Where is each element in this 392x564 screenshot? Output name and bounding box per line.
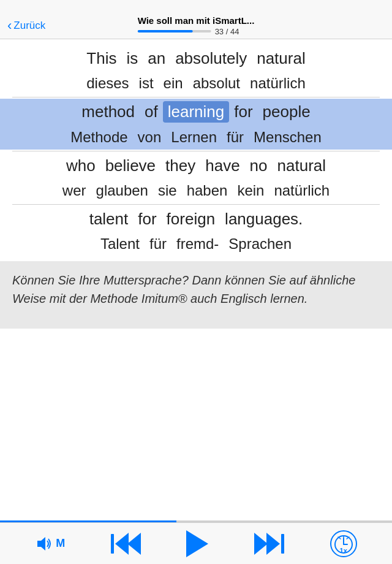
speed-circle: 1x xyxy=(330,530,357,557)
trans-fuer: für xyxy=(222,129,249,146)
word-for2[interactable]: for xyxy=(133,210,161,229)
volume-label: M xyxy=(56,537,65,550)
sentence-row-3: who believe they have no natural xyxy=(0,153,392,178)
nav-progress-area: 33 / 44 xyxy=(138,27,255,36)
status-bar xyxy=(0,0,392,12)
word-natural[interactable]: natural xyxy=(252,49,311,68)
forward-button[interactable] xyxy=(254,533,284,555)
word-of[interactable]: of xyxy=(140,102,163,121)
word-they[interactable]: they xyxy=(160,156,200,175)
trans-wer: wer xyxy=(58,182,91,199)
trans-menschen: Menschen xyxy=(249,129,326,146)
back-label: Zurück xyxy=(13,20,45,32)
word-have[interactable]: have xyxy=(200,156,244,175)
volume-button[interactable]: M xyxy=(35,535,65,552)
sentence-row-1: This is an absolutely natural xyxy=(0,45,392,71)
trans-fremd: fremd- xyxy=(172,235,224,253)
rewind-button[interactable] xyxy=(111,533,141,555)
nav-progress-fill xyxy=(138,30,193,32)
word-people[interactable]: people xyxy=(258,102,315,121)
trans-fuer2: für xyxy=(145,235,172,253)
word-natural2[interactable]: natural xyxy=(273,156,331,175)
play-icon xyxy=(186,530,208,557)
play-button[interactable] xyxy=(186,530,208,557)
bottom-toolbar: M xyxy=(0,522,392,564)
translation-row-3: wer glauben sie haben kein natürlich xyxy=(0,178,392,203)
trans-sie: sie xyxy=(153,182,182,199)
word-who[interactable]: who xyxy=(61,156,100,175)
divider-2 xyxy=(12,151,380,151)
translation-row-1: dieses ist ein absolut natürlich xyxy=(0,71,392,96)
trans-dieses: dieses xyxy=(81,75,134,92)
description-box: Können Sie Ihre Muttersprache? Dann könn… xyxy=(0,261,392,329)
trans-methode: Methode xyxy=(66,129,132,146)
word-believe[interactable]: believe xyxy=(100,156,160,175)
nav-bar: ‹ Zurück Wie soll man mit iSmartL... 33 … xyxy=(0,12,392,39)
trans-glauben: glauben xyxy=(91,182,153,199)
word-this[interactable]: This xyxy=(81,49,121,68)
main-content: This is an absolutely natural dieses ist… xyxy=(0,39,392,329)
description-text: Können Sie Ihre Muttersprache? Dann könn… xyxy=(12,271,380,308)
svg-marker-0 xyxy=(37,537,45,551)
page-count: 33 / 44 xyxy=(215,27,239,36)
speed-button[interactable]: 1x xyxy=(330,530,357,557)
trans-haben: haben xyxy=(182,182,233,199)
word-foreign[interactable]: foreign xyxy=(162,210,221,229)
trans-natuerlich1: natürlich xyxy=(245,75,311,92)
back-chevron-icon: ‹ xyxy=(7,18,12,34)
trans-natuerlich2: natürlich xyxy=(269,182,334,199)
trans-ein: ein xyxy=(159,75,188,92)
speed-label: 1x xyxy=(340,547,347,554)
rewind-icon xyxy=(111,533,141,555)
word-languages[interactable]: languages. xyxy=(220,210,307,229)
translation-row-2: Methode von Lernen für Menschen xyxy=(0,125,392,150)
word-is[interactable]: is xyxy=(121,49,143,68)
sentence-row-4: talent for foreign languages. xyxy=(0,206,392,232)
word-for[interactable]: for xyxy=(229,102,257,121)
trans-talent: Talent xyxy=(96,235,145,253)
word-no[interactable]: no xyxy=(245,156,273,175)
nav-progress-bar xyxy=(138,30,211,32)
nav-title-text: Wie soll man mit iSmartL... xyxy=(138,15,255,26)
word-absolutely[interactable]: absolutely xyxy=(170,49,252,68)
forward-icon xyxy=(254,533,284,555)
volume-icon xyxy=(35,535,55,552)
word-talent[interactable]: talent xyxy=(85,210,134,229)
sentence-row-2: method of learning for people xyxy=(0,99,392,125)
word-learning[interactable]: learning xyxy=(163,101,230,123)
word-method[interactable]: method xyxy=(77,102,140,121)
trans-kein: kein xyxy=(232,182,269,199)
trans-von: von xyxy=(133,129,167,146)
nav-title-area: Wie soll man mit iSmartL... 33 / 44 xyxy=(138,15,255,36)
translation-row-4: Talent für fremd- Sprachen xyxy=(0,232,392,256)
trans-ist: ist xyxy=(134,75,159,92)
back-button[interactable]: ‹ Zurück xyxy=(7,18,45,34)
word-an[interactable]: an xyxy=(143,49,170,68)
trans-sprachen: Sprachen xyxy=(224,235,296,253)
divider-3 xyxy=(12,204,380,205)
divider-1 xyxy=(12,97,380,97)
trans-lernen: Lernen xyxy=(166,129,222,146)
trans-absolut: absolut xyxy=(188,75,245,92)
